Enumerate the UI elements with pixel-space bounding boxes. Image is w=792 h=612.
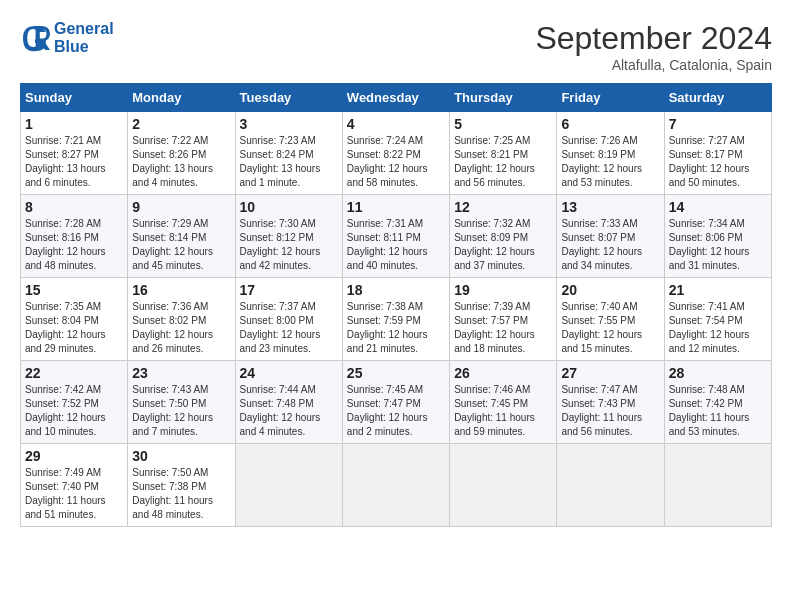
calendar-cell: 13Sunrise: 7:33 AMSunset: 8:07 PMDayligh… [557, 195, 664, 278]
calendar-cell: 17Sunrise: 7:37 AMSunset: 8:00 PMDayligh… [235, 278, 342, 361]
calendar-cell: 22Sunrise: 7:42 AMSunset: 7:52 PMDayligh… [21, 361, 128, 444]
cell-info: Sunrise: 7:45 AMSunset: 7:47 PMDaylight:… [347, 383, 445, 439]
cell-info: Sunrise: 7:32 AMSunset: 8:09 PMDaylight:… [454, 217, 552, 273]
day-number: 22 [25, 365, 123, 381]
calendar-cell: 15Sunrise: 7:35 AMSunset: 8:04 PMDayligh… [21, 278, 128, 361]
cell-info: Sunrise: 7:38 AMSunset: 7:59 PMDaylight:… [347, 300, 445, 356]
day-number: 3 [240, 116, 338, 132]
cell-info: Sunrise: 7:33 AMSunset: 8:07 PMDaylight:… [561, 217, 659, 273]
day-number: 26 [454, 365, 552, 381]
calendar-cell: 9Sunrise: 7:29 AMSunset: 8:14 PMDaylight… [128, 195, 235, 278]
calendar-cell: 21Sunrise: 7:41 AMSunset: 7:54 PMDayligh… [664, 278, 771, 361]
day-number: 4 [347, 116, 445, 132]
calendar-cell [235, 444, 342, 527]
day-number: 18 [347, 282, 445, 298]
logo: General Blue [20, 20, 114, 56]
header-wednesday: Wednesday [342, 84, 449, 112]
day-number: 15 [25, 282, 123, 298]
header-monday: Monday [128, 84, 235, 112]
page-header: General Blue September 2024 Altafulla, C… [20, 20, 772, 73]
calendar-cell: 14Sunrise: 7:34 AMSunset: 8:06 PMDayligh… [664, 195, 771, 278]
calendar-cell: 7Sunrise: 7:27 AMSunset: 8:17 PMDaylight… [664, 112, 771, 195]
day-number: 17 [240, 282, 338, 298]
calendar-cell: 16Sunrise: 7:36 AMSunset: 8:02 PMDayligh… [128, 278, 235, 361]
title-area: September 2024 Altafulla, Catalonia, Spa… [535, 20, 772, 73]
cell-info: Sunrise: 7:37 AMSunset: 8:00 PMDaylight:… [240, 300, 338, 356]
day-number: 1 [25, 116, 123, 132]
day-number: 16 [132, 282, 230, 298]
header-tuesday: Tuesday [235, 84, 342, 112]
day-number: 13 [561, 199, 659, 215]
cell-info: Sunrise: 7:25 AMSunset: 8:21 PMDaylight:… [454, 134, 552, 190]
calendar-cell: 4Sunrise: 7:24 AMSunset: 8:22 PMDaylight… [342, 112, 449, 195]
header-friday: Friday [557, 84, 664, 112]
header-thursday: Thursday [450, 84, 557, 112]
calendar-cell: 10Sunrise: 7:30 AMSunset: 8:12 PMDayligh… [235, 195, 342, 278]
calendar-header-row: SundayMondayTuesdayWednesdayThursdayFrid… [21, 84, 772, 112]
header-sunday: Sunday [21, 84, 128, 112]
calendar-cell: 5Sunrise: 7:25 AMSunset: 8:21 PMDaylight… [450, 112, 557, 195]
cell-info: Sunrise: 7:50 AMSunset: 7:38 PMDaylight:… [132, 466, 230, 522]
calendar-cell: 26Sunrise: 7:46 AMSunset: 7:45 PMDayligh… [450, 361, 557, 444]
cell-info: Sunrise: 7:47 AMSunset: 7:43 PMDaylight:… [561, 383, 659, 439]
day-number: 12 [454, 199, 552, 215]
day-number: 5 [454, 116, 552, 132]
calendar-cell: 19Sunrise: 7:39 AMSunset: 7:57 PMDayligh… [450, 278, 557, 361]
cell-info: Sunrise: 7:41 AMSunset: 7:54 PMDaylight:… [669, 300, 767, 356]
day-number: 21 [669, 282, 767, 298]
cell-info: Sunrise: 7:43 AMSunset: 7:50 PMDaylight:… [132, 383, 230, 439]
day-number: 24 [240, 365, 338, 381]
calendar-cell: 24Sunrise: 7:44 AMSunset: 7:48 PMDayligh… [235, 361, 342, 444]
calendar-cell: 20Sunrise: 7:40 AMSunset: 7:55 PMDayligh… [557, 278, 664, 361]
cell-info: Sunrise: 7:35 AMSunset: 8:04 PMDaylight:… [25, 300, 123, 356]
cell-info: Sunrise: 7:36 AMSunset: 8:02 PMDaylight:… [132, 300, 230, 356]
day-number: 27 [561, 365, 659, 381]
calendar-cell: 6Sunrise: 7:26 AMSunset: 8:19 PMDaylight… [557, 112, 664, 195]
calendar-table: SundayMondayTuesdayWednesdayThursdayFrid… [20, 83, 772, 527]
calendar-cell: 30Sunrise: 7:50 AMSunset: 7:38 PMDayligh… [128, 444, 235, 527]
cell-info: Sunrise: 7:29 AMSunset: 8:14 PMDaylight:… [132, 217, 230, 273]
cell-info: Sunrise: 7:28 AMSunset: 8:16 PMDaylight:… [25, 217, 123, 273]
calendar-cell [557, 444, 664, 527]
cell-info: Sunrise: 7:21 AMSunset: 8:27 PMDaylight:… [25, 134, 123, 190]
day-number: 6 [561, 116, 659, 132]
day-number: 2 [132, 116, 230, 132]
cell-info: Sunrise: 7:48 AMSunset: 7:42 PMDaylight:… [669, 383, 767, 439]
cell-info: Sunrise: 7:22 AMSunset: 8:26 PMDaylight:… [132, 134, 230, 190]
day-number: 10 [240, 199, 338, 215]
cell-info: Sunrise: 7:49 AMSunset: 7:40 PMDaylight:… [25, 466, 123, 522]
calendar-cell [664, 444, 771, 527]
calendar-cell: 2Sunrise: 7:22 AMSunset: 8:26 PMDaylight… [128, 112, 235, 195]
calendar-cell: 28Sunrise: 7:48 AMSunset: 7:42 PMDayligh… [664, 361, 771, 444]
calendar-cell: 27Sunrise: 7:47 AMSunset: 7:43 PMDayligh… [557, 361, 664, 444]
calendar-cell: 1Sunrise: 7:21 AMSunset: 8:27 PMDaylight… [21, 112, 128, 195]
day-number: 25 [347, 365, 445, 381]
cell-info: Sunrise: 7:26 AMSunset: 8:19 PMDaylight:… [561, 134, 659, 190]
cell-info: Sunrise: 7:24 AMSunset: 8:22 PMDaylight:… [347, 134, 445, 190]
calendar-cell: 23Sunrise: 7:43 AMSunset: 7:50 PMDayligh… [128, 361, 235, 444]
day-number: 7 [669, 116, 767, 132]
week-row-2: 8Sunrise: 7:28 AMSunset: 8:16 PMDaylight… [21, 195, 772, 278]
cell-info: Sunrise: 7:30 AMSunset: 8:12 PMDaylight:… [240, 217, 338, 273]
calendar-cell: 29Sunrise: 7:49 AMSunset: 7:40 PMDayligh… [21, 444, 128, 527]
day-number: 19 [454, 282, 552, 298]
month-title: September 2024 [535, 20, 772, 57]
day-number: 9 [132, 199, 230, 215]
calendar-cell: 12Sunrise: 7:32 AMSunset: 8:09 PMDayligh… [450, 195, 557, 278]
week-row-5: 29Sunrise: 7:49 AMSunset: 7:40 PMDayligh… [21, 444, 772, 527]
cell-info: Sunrise: 7:42 AMSunset: 7:52 PMDaylight:… [25, 383, 123, 439]
day-number: 11 [347, 199, 445, 215]
logo-icon [20, 23, 50, 53]
day-number: 23 [132, 365, 230, 381]
cell-info: Sunrise: 7:44 AMSunset: 7:48 PMDaylight:… [240, 383, 338, 439]
cell-info: Sunrise: 7:31 AMSunset: 8:11 PMDaylight:… [347, 217, 445, 273]
cell-info: Sunrise: 7:23 AMSunset: 8:24 PMDaylight:… [240, 134, 338, 190]
calendar-cell: 8Sunrise: 7:28 AMSunset: 8:16 PMDaylight… [21, 195, 128, 278]
calendar-cell: 11Sunrise: 7:31 AMSunset: 8:11 PMDayligh… [342, 195, 449, 278]
day-number: 30 [132, 448, 230, 464]
calendar-cell [450, 444, 557, 527]
cell-info: Sunrise: 7:27 AMSunset: 8:17 PMDaylight:… [669, 134, 767, 190]
week-row-3: 15Sunrise: 7:35 AMSunset: 8:04 PMDayligh… [21, 278, 772, 361]
week-row-1: 1Sunrise: 7:21 AMSunset: 8:27 PMDaylight… [21, 112, 772, 195]
calendar-cell: 25Sunrise: 7:45 AMSunset: 7:47 PMDayligh… [342, 361, 449, 444]
